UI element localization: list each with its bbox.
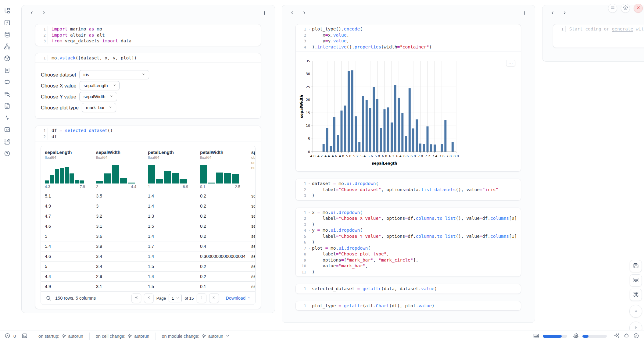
code-cell-imports: 1import marimo as mo2import altair as al… bbox=[35, 24, 261, 46]
code-line: label="Choose plot type", bbox=[308, 251, 389, 257]
column-histogram[interactable] bbox=[45, 164, 84, 183]
code-cell-dataframe: 1df = selected_dataset()2df sepalLengthf… bbox=[35, 126, 261, 309]
column-histogram[interactable] bbox=[200, 164, 239, 183]
bar-chart[interactable]: 051015202530354.04.24.44.64.85.05.25.45.… bbox=[299, 54, 521, 170]
close-button[interactable] bbox=[634, 4, 643, 13]
column-forward-button[interactable] bbox=[41, 10, 47, 17]
chevron-right-icon bbox=[562, 10, 567, 16]
add-cell-button[interactable] bbox=[521, 10, 528, 17]
line-number: 8 bbox=[296, 251, 308, 257]
first-page-button[interactable] bbox=[131, 293, 141, 303]
scroll-text-icon[interactable] bbox=[4, 67, 10, 73]
next-page-button[interactable] bbox=[197, 293, 206, 303]
ai-assist-button[interactable] bbox=[614, 333, 620, 339]
chart-options-button[interactable]: ⋯ bbox=[506, 60, 515, 66]
column-back-button[interactable] bbox=[549, 10, 556, 17]
chat-bot-icon[interactable] bbox=[4, 79, 10, 85]
table-cell: 3.5 bbox=[92, 191, 144, 201]
column-header-petalWidth[interactable]: petalWidthfloat640.12.5 bbox=[196, 146, 247, 191]
layout-button[interactable] bbox=[630, 274, 642, 287]
table-row[interactable]: 4.93.11.50.1setosa bbox=[41, 282, 256, 292]
column-header-petalLength[interactable]: petalLengthfloat6416.9 bbox=[144, 146, 196, 191]
table-cell: 1.4 bbox=[144, 201, 196, 211]
page-select[interactable]: 1 bbox=[169, 294, 182, 302]
settings-button[interactable] bbox=[621, 4, 630, 13]
dropdown-select[interactable]: mark_bar bbox=[82, 103, 116, 112]
code-editor[interactable]: 1selected_dataset = getattr(data, datase… bbox=[296, 284, 521, 294]
autorun-setting[interactable]: on module change:autorun bbox=[156, 333, 236, 340]
table-row[interactable]: 4.42.91.40.2setosa bbox=[41, 272, 256, 282]
fold-chevron-icon[interactable]: ⌄ bbox=[309, 246, 310, 249]
code-editor[interactable]: 1df = selected_dataset()2df bbox=[35, 126, 261, 141]
notebook-pen-icon[interactable] bbox=[4, 138, 10, 145]
dropdown-select[interactable]: sepalWidth bbox=[79, 92, 117, 101]
line-number: 1 bbox=[553, 26, 566, 32]
code-editor[interactable]: 1⌄x = mo.ui.dropdown(2 label="Choose X v… bbox=[296, 208, 521, 277]
code-editor[interactable]: 1plot_type = getattr(alt.Chart(df), plot… bbox=[296, 301, 521, 311]
svg-text:7.6: 7.6 bbox=[439, 154, 445, 158]
svg-text:35: 35 bbox=[306, 59, 310, 63]
search-icon[interactable] bbox=[46, 295, 51, 301]
connection-status[interactable] bbox=[633, 333, 639, 339]
column-forward-button[interactable] bbox=[561, 10, 568, 17]
dropdown-select[interactable]: sepalLength bbox=[80, 81, 120, 90]
function-square-icon[interactable] bbox=[4, 19, 10, 26]
fold-chevron-icon[interactable]: ⌄ bbox=[309, 182, 310, 184]
dropdown-select[interactable]: iris bbox=[79, 70, 149, 79]
code-editor[interactable]: 1⌄plot_type().encode(2 x=x.value,3 y=y.v… bbox=[296, 24, 521, 52]
file-text-icon[interactable] bbox=[4, 102, 10, 109]
chevron-down-icon bbox=[142, 72, 146, 77]
table-cell: 5.4 bbox=[41, 241, 92, 251]
autorun-setting[interactable]: on startup:autorun bbox=[32, 333, 89, 340]
prev-page-button[interactable] bbox=[144, 293, 154, 303]
code-line: plot_type().encode( bbox=[308, 26, 363, 32]
list-search-icon[interactable] bbox=[4, 91, 10, 97]
code-editor[interactable]: 1mo.vstack([dataset, x, y, plot]) bbox=[35, 53, 261, 63]
editor-placeholder[interactable]: Start coding or generate with AI bbox=[566, 26, 644, 32]
table-row[interactable]: 53.41.50.2setosa bbox=[41, 262, 256, 272]
code-editor[interactable]: 1import marimo as mo2import altair as al… bbox=[35, 24, 261, 46]
code-editor[interactable]: 1 Start coding or generate with AI bbox=[553, 24, 644, 34]
terminal-button[interactable] bbox=[21, 333, 27, 339]
package-icon[interactable] bbox=[4, 55, 10, 62]
code-line: ) bbox=[308, 193, 315, 199]
errors-indicator[interactable] bbox=[4, 333, 10, 339]
file-tree-icon[interactable] bbox=[4, 7, 10, 14]
line-number: 1 bbox=[296, 303, 308, 309]
menu-button[interactable] bbox=[608, 4, 617, 13]
column-forward-button[interactable] bbox=[301, 10, 308, 17]
table-row[interactable]: 5.43.91.70.4setosa bbox=[41, 241, 256, 251]
table-row[interactable]: 4.931.40.2setosa bbox=[41, 201, 256, 211]
stop-button[interactable] bbox=[629, 305, 642, 318]
save-button[interactable] bbox=[630, 260, 642, 272]
table-row[interactable]: 4.73.21.30.2setosa bbox=[41, 211, 256, 221]
svg-text:7.2: 7.2 bbox=[425, 154, 430, 158]
table-row[interactable]: 53.61.40.2setosa bbox=[41, 231, 256, 241]
column-back-button[interactable] bbox=[289, 10, 295, 17]
fold-chevron-icon[interactable]: ⌄ bbox=[309, 211, 310, 213]
help-circle-icon[interactable] bbox=[4, 150, 10, 157]
column-header-species[interactable]: speciesobjectunique:nulls: bbox=[247, 146, 256, 191]
code-editor[interactable]: 1⌄dataset = mo.ui.dropdown(2 label="Choo… bbox=[296, 179, 521, 200]
column-histogram[interactable] bbox=[96, 164, 135, 183]
database-icon[interactable] bbox=[4, 31, 10, 38]
column-header-sepalLength[interactable]: sepalLengthfloat644.37.9 bbox=[41, 146, 92, 191]
last-page-button[interactable] bbox=[209, 293, 219, 303]
autorun-setting[interactable]: on cell change:autorun bbox=[89, 333, 156, 340]
code-snippet-icon[interactable] bbox=[4, 126, 10, 133]
download-button[interactable]: Download bbox=[226, 296, 251, 301]
activity-icon[interactable] bbox=[4, 114, 10, 121]
table-row[interactable]: 4.63.41.40.30000000000000004setosa bbox=[41, 251, 256, 262]
dependency-graph-icon[interactable] bbox=[4, 43, 10, 50]
copilot-button[interactable] bbox=[623, 333, 629, 339]
command-palette-button[interactable] bbox=[630, 289, 642, 301]
fold-chevron-icon[interactable]: ⌄ bbox=[309, 27, 310, 30]
table-row[interactable]: 5.13.51.40.2setosa bbox=[41, 191, 256, 201]
add-cell-button[interactable] bbox=[261, 10, 268, 17]
column-back-button[interactable] bbox=[28, 10, 35, 17]
svg-text:5.0: 5.0 bbox=[346, 154, 352, 158]
column-histogram[interactable] bbox=[148, 164, 187, 183]
column-header-sepalWidth[interactable]: sepalWidthfloat6424.4 bbox=[92, 146, 144, 191]
table-row[interactable]: 4.63.11.50.2setosa bbox=[41, 221, 256, 231]
fold-chevron-icon[interactable]: ⌄ bbox=[309, 228, 310, 231]
